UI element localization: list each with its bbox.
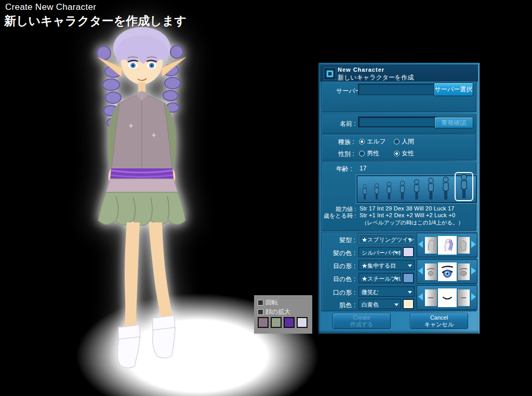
rotate-checkbox-row[interactable]: 回転 [258,298,278,307]
character-model-viewport [66,16,243,374]
age-figure-5[interactable] [411,178,422,201]
gender-label: 性別 : [338,150,354,159]
race-option-elf[interactable]: エルフ [359,137,386,146]
radio-icon[interactable] [394,151,400,156]
hair-preview-prev[interactable] [425,237,437,254]
name-input[interactable] [358,116,437,127]
mouth-preview-prev[interactable] [425,289,437,306]
age-figure-box [356,175,477,203]
page-title-en: Create New Character [5,2,96,12]
ability-value: Str 17 Int 29 Dex 38 Will 20 Luck 17 [360,205,455,212]
chevron-down-icon [394,303,398,306]
dialog-title-en: New Character [338,67,384,73]
age-figure-2[interactable] [372,182,381,201]
view-controls-panel: 回転 顔の拡大 [254,295,312,334]
server-select-button[interactable]: サーバー選択 [434,83,473,96]
aging-label: 歳をとる時 : [322,212,356,220]
age-figure-3[interactable] [384,181,394,201]
eye-preview-carousel [417,259,477,284]
palette-swatch-1[interactable] [258,317,269,328]
eye-preview-current [438,262,457,281]
age-section: 年齢 : 17 能力値 : Str 17 Int 29 Dex 38 Will … [322,162,476,231]
eye-preview-prev[interactable] [425,263,437,280]
appearance-section: 髪型 : ★スプリングツインテール 髪の色 : シルバーバイオレット 目の形 :… [322,232,476,311]
chevron-down-icon [408,265,412,267]
create-button[interactable]: Create 作成する [332,313,391,329]
hair-preview-next[interactable] [458,237,470,254]
radio-icon[interactable] [394,139,400,144]
carousel-left-arrow[interactable] [418,241,423,248]
server-input[interactable] [358,84,436,95]
race-option-human[interactable]: 人間 [394,137,414,146]
chevron-down-icon [408,291,412,294]
carousel-right-arrow[interactable] [471,241,476,248]
page-title-ja: 新しいキャラクターを作成します [4,13,187,29]
eye-color-select[interactable]: ★スチールブルー [358,273,401,283]
radio-icon[interactable] [359,151,365,156]
hair-style-label: 髪型 : [324,236,355,245]
face-zoom-checkbox[interactable] [258,309,263,315]
hair-color-select[interactable]: シルバーバイオレット [358,247,401,257]
character-creation-screen: Create New Character 新しいキャラクターを作成します 回転 … [0,0,532,396]
hair-preview-current [438,236,457,255]
palette-swatch-4[interactable] [297,317,308,328]
mouth-shape-select[interactable]: 微笑む [358,286,415,297]
eye-color-swatch [403,273,414,283]
carousel-right-arrow[interactable] [471,293,476,300]
hair-preview-carousel [417,233,477,257]
mouth-preview-current [438,288,457,307]
palette-swatch-2[interactable] [271,317,282,328]
new-character-dialog: New Character 新しいキャラクターを作成 サーバー サーバー選択 名… [318,62,480,334]
levelup-note: （レベルアップの時はこの1/4上がる。） [362,219,463,227]
age-figure-6[interactable] [425,177,437,201]
age-value: 17 [360,165,366,172]
age-figure-4[interactable] [397,180,408,201]
eye-shape-select[interactable]: ★集中する目 [358,260,415,270]
face-zoom-checkbox-row[interactable]: 顔の拡大 [258,308,290,316]
eye-color-label: 目の色 : [324,275,355,284]
radio-icon[interactable] [359,139,365,144]
age-label: 年齢 : [336,165,352,174]
palette-swatch-3[interactable] [284,317,295,328]
mouth-shape-label: 口の形 : [324,288,355,297]
aging-value: Str +1 Int +2 Dex +2 Will +2 Luck +0 [360,212,455,218]
rotate-checkbox[interactable] [258,300,263,306]
chevron-down-icon [394,252,398,254]
rotate-label: 回転 [265,298,278,307]
face-zoom-label: 顔の拡大 [265,308,290,316]
carousel-left-arrow[interactable] [418,293,423,300]
duplicate-check-button[interactable]: 重複確認 [434,117,473,128]
knot-logo-icon [324,68,336,80]
skin-color-select[interactable]: 白黄色 [358,299,401,309]
skin-color-label: 肌色 : [324,301,355,310]
mouth-preview-next[interactable] [458,289,470,306]
gender-option-female[interactable]: 女性 [394,149,414,158]
chevron-down-icon [408,239,412,241]
server-section: サーバー サーバー選択 [322,81,476,112]
age-figure-8[interactable] [455,172,473,201]
race-gender-section: 種族 : エルフ 人間 性別 : 男性 女性 [322,134,476,161]
carousel-left-arrow[interactable] [418,267,423,274]
name-section: 名前 : 重複確認 [322,114,476,134]
gender-option-male[interactable]: 男性 [359,149,379,158]
color-palette [258,317,308,328]
carousel-right-arrow[interactable] [471,267,476,274]
cancel-button[interactable]: Cancel キャンセル [410,313,468,329]
chevron-down-icon [394,278,398,280]
eye-preview-next[interactable] [458,263,470,280]
hair-color-swatch [403,247,414,257]
age-figure-7[interactable] [440,176,452,201]
character-model [66,16,243,374]
hair-style-select[interactable]: ★スプリングツインテール [358,234,415,244]
mouth-preview-carousel [417,285,477,310]
name-label: 名前 : [340,120,356,128]
age-figure-1[interactable] [360,183,369,201]
dialog-header: New Character 新しいキャラクターを作成 [320,64,478,82]
eye-shape-label: 目の形 : [324,262,355,271]
hair-color-label: 髪の色 : [324,249,355,258]
skin-color-swatch [403,299,414,309]
race-label: 種族 : [338,138,354,147]
